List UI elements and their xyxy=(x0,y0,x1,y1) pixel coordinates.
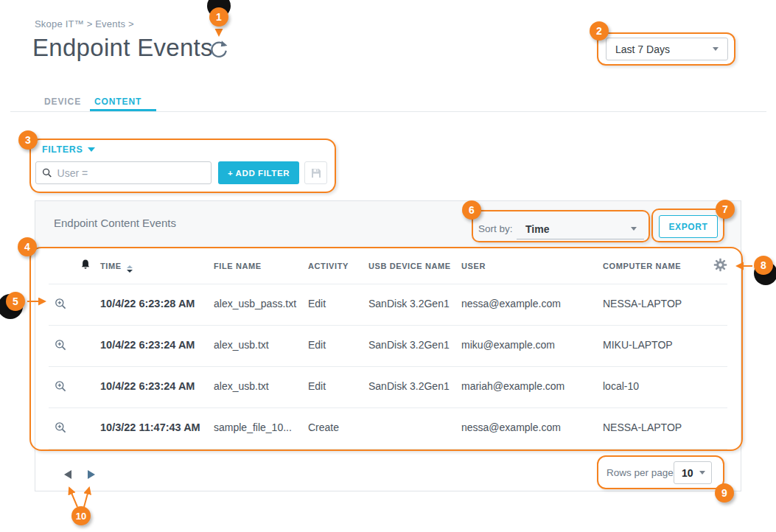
cell-user: nessa@example.com xyxy=(461,298,561,309)
cell-usb-device-name: SanDisk 3.2Gen1 xyxy=(368,339,450,351)
zoom-in-icon[interactable] xyxy=(55,339,67,354)
export-button[interactable]: EXPORT xyxy=(659,215,718,238)
row-divider xyxy=(49,449,727,449)
callout-7: 7 xyxy=(716,200,735,219)
sort-by-value: Time xyxy=(525,223,549,235)
zoom-in-icon[interactable] xyxy=(55,421,67,437)
endpoint-events-page: Skope IT™ > Events > Endpoint Events Las… xyxy=(0,0,776,532)
cell-file-name: alex_usb.txt xyxy=(214,339,269,351)
cell-time: 10/3/22 11:47:43 AM xyxy=(100,421,200,433)
cell-computer-name: NESSA-LAPTOP xyxy=(603,421,682,433)
callout-10: 10 xyxy=(71,506,91,525)
callout-6: 6 xyxy=(462,200,481,220)
callout-4: 4 xyxy=(18,237,37,256)
callout-8: 8 xyxy=(754,256,773,275)
rows-per-page-value: 10 xyxy=(682,467,693,479)
cell-activity: Edit xyxy=(308,380,326,392)
save-filter-button[interactable] xyxy=(304,161,327,184)
cell-computer-name: MIKU-LAPTOP xyxy=(603,339,673,351)
cell-user: mariah@example.com xyxy=(461,380,564,392)
rows-per-page-label: Rows per page: xyxy=(607,467,677,478)
cell-user: nessa@example.com xyxy=(461,421,561,433)
column-header-time[interactable]: TIME xyxy=(100,262,133,273)
callout-9: 9 xyxy=(715,483,734,503)
table-row[interactable]: 10/3/22 11:47:43 AM sample_file_10... Cr… xyxy=(35,407,741,449)
column-header-file-name: FILE NAME xyxy=(214,262,262,270)
cell-computer-name: local-10 xyxy=(603,380,639,392)
table-row[interactable]: 10/4/22 6:23:24 AM alex_usb.txt Edit San… xyxy=(35,325,741,366)
previous-page-button[interactable] xyxy=(64,470,71,479)
column-settings-gear-icon[interactable] xyxy=(713,258,727,275)
cell-activity: Create xyxy=(308,421,339,433)
cell-usb-device-name: SanDisk 3.2Gen1 xyxy=(368,380,450,392)
sort-direction-icon[interactable] xyxy=(127,265,133,273)
sort-by-label: Sort by: xyxy=(478,223,513,234)
cell-time: 10/4/22 6:23:24 AM xyxy=(100,380,195,392)
save-icon xyxy=(310,167,322,179)
zoom-in-icon[interactable] xyxy=(55,380,67,396)
tab-device[interactable]: DEVICE xyxy=(44,97,81,107)
cell-user: miku@example.com xyxy=(461,339,555,351)
time-range-dropdown[interactable]: Last 7 Days xyxy=(606,38,728,60)
endpoint-content-events-panel: Endpoint Content Events Sort by: Time EX… xyxy=(35,200,741,491)
sort-by-select[interactable]: Time xyxy=(517,219,644,239)
filters-toggle[interactable]: FILTERS xyxy=(42,144,95,155)
cell-activity: Edit xyxy=(308,339,326,351)
chevron-down-icon xyxy=(713,47,719,51)
column-header-user: USER xyxy=(461,262,486,270)
zoom-in-icon[interactable] xyxy=(55,298,67,313)
callout-2: 2 xyxy=(590,21,609,41)
cell-file-name: alex_usb_pass.txt xyxy=(214,298,296,309)
cell-time: 10/4/22 6:23:24 AM xyxy=(100,339,195,351)
page-title: Endpoint Events xyxy=(32,34,213,62)
filters-label: FILTERS xyxy=(42,144,83,155)
column-header-activity: ACTIVITY xyxy=(308,262,349,270)
search-icon xyxy=(42,167,52,178)
chevron-down-icon xyxy=(699,471,705,475)
column-header-usb-device-name: USB DEVICE NAME xyxy=(368,262,451,270)
chevron-down-icon xyxy=(631,227,637,231)
refresh-icon[interactable] xyxy=(209,39,229,60)
cell-activity: Edit xyxy=(308,298,326,309)
next-page-button[interactable] xyxy=(88,470,95,479)
callout-3: 3 xyxy=(18,130,38,150)
column-header-computer-name: COMPUTER NAME xyxy=(603,262,681,270)
cell-computer-name: NESSA-LAPTOP xyxy=(603,298,682,309)
cell-file-name: alex_usb.txt xyxy=(214,380,269,392)
table-row[interactable]: 10/4/22 6:23:28 AM alex_usb_pass.txt Edi… xyxy=(35,284,741,325)
callout-5: 5 xyxy=(6,292,25,311)
callout-1: 1 xyxy=(209,7,228,27)
cell-usb-device-name: SanDisk 3.2Gen1 xyxy=(368,298,450,309)
add-filter-button[interactable]: + ADD FILTER xyxy=(218,161,299,184)
breadcrumb[interactable]: Skope IT™ > Events > xyxy=(35,18,134,29)
tabs-divider xyxy=(10,111,766,112)
cell-file-name: sample_file_10... xyxy=(214,421,292,433)
panel-title: Endpoint Content Events xyxy=(54,217,176,229)
filter-search-box xyxy=(35,161,212,184)
rows-per-page-select[interactable]: 10 xyxy=(674,461,712,484)
filter-search-input[interactable] xyxy=(57,167,205,179)
chevron-down-icon xyxy=(88,147,95,152)
time-range-value: Last 7 Days xyxy=(615,43,670,55)
tab-content[interactable]: CONTENT xyxy=(94,97,141,107)
table-row[interactable]: 10/4/22 6:23:24 AM alex_usb.txt Edit San… xyxy=(35,366,741,407)
cell-time: 10/4/22 6:23:28 AM xyxy=(100,298,195,309)
bell-icon[interactable] xyxy=(80,259,91,274)
